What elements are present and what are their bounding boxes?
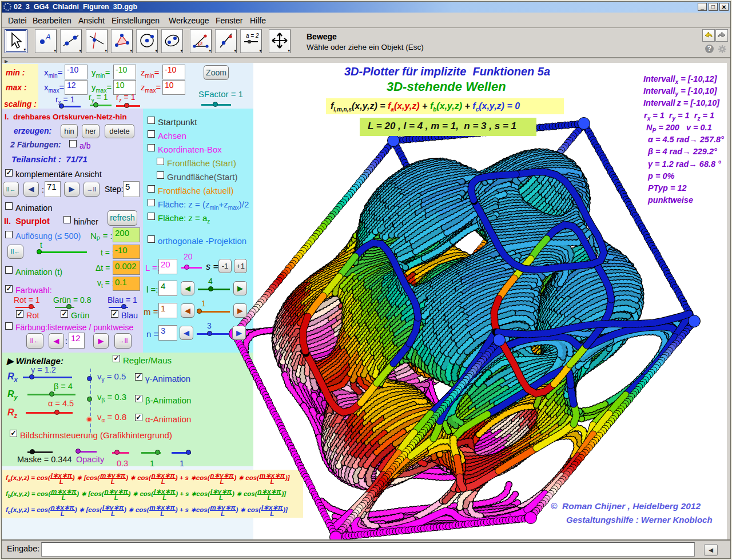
svg-text:a = 2: a = 2: [246, 33, 259, 39]
svg-text:α: α: [200, 40, 202, 46]
svg-text:A: A: [45, 33, 51, 41]
